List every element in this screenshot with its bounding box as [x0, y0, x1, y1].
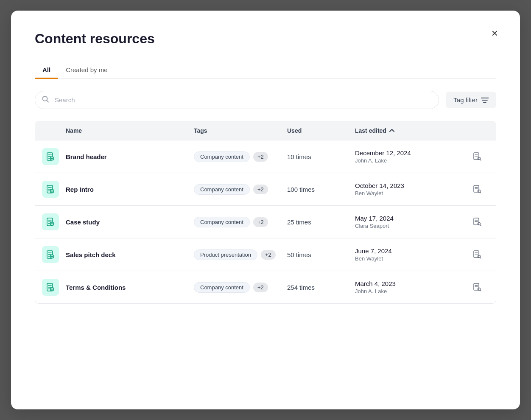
tag-filter-button[interactable]: Tag filter [446, 92, 496, 108]
doc-icon [46, 283, 55, 292]
doc-search-icon [472, 283, 482, 292]
doc-icon [46, 152, 55, 161]
filter-icon [481, 97, 489, 103]
table-row: Sales pitch deck Product presentation +2… [35, 238, 496, 271]
tab-all[interactable]: All [35, 62, 58, 78]
search-input[interactable] [35, 91, 439, 109]
tags-cell: Product presentation +2 [194, 249, 287, 260]
svg-line-52 [480, 258, 481, 258]
edited-cell: May 17, 2024 Clara Seaport [355, 215, 465, 229]
tag-filter-label: Tag filter [453, 96, 478, 104]
resource-icon [42, 148, 59, 165]
doc-icon [46, 185, 55, 194]
edited-date: June 7, 2024 [355, 247, 465, 255]
tag-more: +2 [253, 283, 268, 292]
sort-asc-icon [389, 128, 395, 134]
resource-table: Name Tags Used Last edited [35, 121, 496, 304]
tag-pill: Company content [194, 217, 250, 227]
edited-cell: December 12, 2024 John A. Lake [355, 149, 465, 164]
used-cell: 100 times [287, 186, 355, 193]
used-cell: 50 times [287, 251, 355, 258]
svg-line-40 [480, 225, 481, 226]
svg-line-64 [480, 290, 481, 291]
resource-name: Terms & Conditions [66, 284, 194, 291]
close-button[interactable]: × [492, 28, 498, 39]
tags-cell: Company content +2 [194, 217, 287, 227]
preview-button[interactable] [465, 152, 489, 161]
search-row: Tag filter [35, 91, 496, 109]
content-resources-modal: Content resources × All Created by me Ta… [11, 11, 520, 409]
tags-cell: Company content +2 [194, 151, 287, 162]
svg-line-16 [480, 160, 481, 160]
resource-icon [42, 181, 59, 198]
col-head-last-edited[interactable]: Last edited [355, 127, 465, 134]
used-cell: 254 times [287, 284, 355, 291]
svg-line-28 [480, 192, 481, 193]
edited-cell: March 4, 2023 John A. Lake [355, 280, 465, 294]
modal-title: Content resources [35, 31, 496, 47]
edited-by: Ben Waylet [355, 255, 465, 262]
table-row: Rep Intro Company content +2 100 times O… [35, 173, 496, 205]
table-header: Name Tags Used Last edited [35, 121, 496, 140]
edited-date: October 14, 2023 [355, 182, 465, 189]
doc-search-icon [472, 217, 482, 227]
search-wrap [35, 91, 439, 109]
table-row: Case study Company content +2 25 times M… [35, 205, 496, 238]
doc-icon [46, 217, 55, 227]
edited-cell: June 7, 2024 Ben Waylet [355, 247, 465, 262]
tab-bar: All Created by me [35, 62, 496, 79]
preview-button[interactable] [465, 250, 489, 259]
doc-icon [46, 250, 55, 259]
col-head-name: Name [66, 127, 194, 134]
doc-search-icon [472, 250, 482, 259]
used-cell: 25 times [287, 218, 355, 226]
edited-date: May 17, 2024 [355, 215, 465, 222]
tag-more: +2 [261, 250, 276, 260]
table-row: Brand header Company content +2 10 times… [35, 140, 496, 173]
tab-created-by-me[interactable]: Created by me [58, 62, 115, 78]
doc-search-icon [472, 152, 482, 161]
svg-line-1 [47, 101, 49, 102]
preview-button[interactable] [465, 217, 489, 227]
resource-name: Sales pitch deck [66, 251, 194, 258]
tag-pill: Product presentation [194, 249, 257, 260]
tag-more: +2 [253, 152, 268, 162]
tag-more: +2 [253, 185, 268, 194]
preview-button[interactable] [465, 185, 489, 194]
edited-by: Clara Seaport [355, 223, 465, 229]
col-head-tags: Tags [194, 127, 287, 134]
resource-name: Rep Intro [66, 186, 194, 193]
resource-icon [42, 279, 59, 296]
resource-icon [42, 213, 59, 230]
doc-search-icon [472, 185, 482, 194]
table-row: Terms & Conditions Company content +2 25… [35, 271, 496, 303]
used-cell: 10 times [287, 153, 355, 160]
edited-by: John A. Lake [355, 288, 465, 294]
tag-pill: Company content [194, 282, 250, 293]
resource-name: Case study [66, 218, 194, 226]
tags-cell: Company content +2 [194, 184, 287, 195]
edited-by: Ben Waylet [355, 190, 465, 196]
resource-name: Brand header [66, 153, 194, 160]
tag-pill: Company content [194, 184, 250, 195]
preview-button[interactable] [465, 283, 489, 292]
tag-pill: Company content [194, 151, 250, 162]
tag-more: +2 [253, 217, 268, 227]
search-icon [42, 95, 49, 105]
edited-date: March 4, 2023 [355, 280, 465, 287]
resource-icon [42, 246, 59, 263]
edited-by: John A. Lake [355, 157, 465, 164]
edited-cell: October 14, 2023 Ben Waylet [355, 182, 465, 196]
edited-date: December 12, 2024 [355, 149, 465, 157]
tags-cell: Company content +2 [194, 282, 287, 293]
col-head-used: Used [287, 127, 355, 134]
